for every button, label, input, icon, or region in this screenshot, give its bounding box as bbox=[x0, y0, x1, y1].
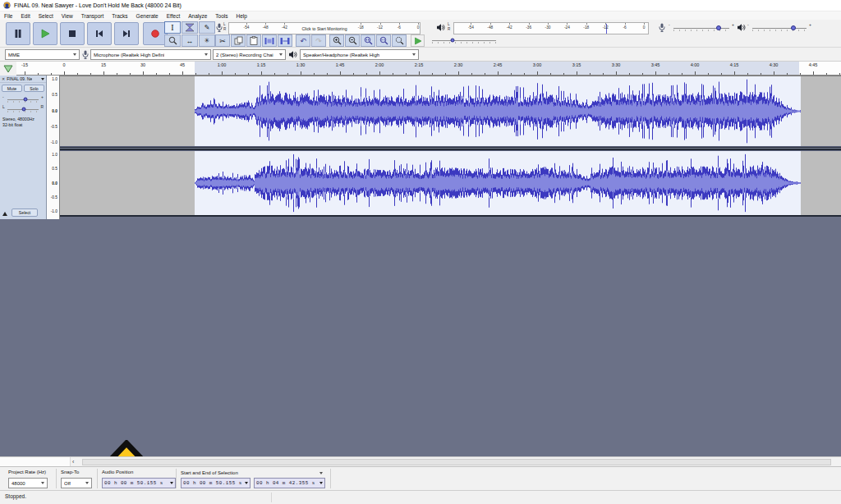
ruler-tick bbox=[445, 73, 446, 76]
recording-channels-select[interactable]: 2 (Stereo) Recording Chai bbox=[213, 49, 286, 60]
menu-view[interactable]: View bbox=[57, 13, 77, 19]
copy-button[interactable] bbox=[231, 34, 246, 47]
gain-max-label: + bbox=[41, 94, 44, 99]
track-select-button[interactable]: Select bbox=[11, 208, 38, 217]
menu-tracks[interactable]: Tracks bbox=[108, 13, 131, 19]
playback-meter[interactable]: -54-48-42-36-30-24-18-12-60 bbox=[453, 22, 649, 34]
ruler-tick bbox=[695, 71, 696, 75]
fit-project-button[interactable] bbox=[376, 34, 391, 47]
zoom-tool-button[interactable] bbox=[164, 34, 181, 47]
timeline-ruler[interactable]: -1501530451:001:151:301:452:002:152:302:… bbox=[16, 62, 841, 76]
skip-to-start-button[interactable] bbox=[87, 22, 112, 45]
ruler-tick bbox=[747, 73, 748, 76]
skip-to-end-button[interactable] bbox=[114, 22, 139, 45]
project-rate-select[interactable]: 48000 bbox=[8, 478, 48, 488]
monitor-text[interactable]: Click to Start Monitoring bbox=[301, 26, 347, 31]
slider-thumb[interactable] bbox=[451, 39, 455, 43]
draw-tool-button[interactable]: ✎ bbox=[199, 21, 215, 34]
menu-tools[interactable]: Tools bbox=[211, 13, 232, 19]
spinner-icon[interactable] bbox=[245, 482, 248, 484]
ruler-tick bbox=[537, 71, 538, 75]
slider-thumb[interactable] bbox=[24, 97, 28, 101]
timeline-pin-button[interactable] bbox=[0, 62, 16, 76]
track-menu-icon[interactable] bbox=[41, 78, 44, 80]
redo-button[interactable]: ↷ bbox=[311, 34, 326, 47]
play-button[interactable] bbox=[33, 22, 57, 45]
title-bar: FINAL 09. Neal Sawyer - Love Don't Hold … bbox=[0, 0, 841, 11]
ruler-tick bbox=[708, 73, 709, 76]
multi-tool-button[interactable]: ✳ bbox=[199, 34, 215, 47]
mute-button[interactable]: Mute bbox=[2, 85, 22, 92]
menu-help[interactable]: Help bbox=[232, 13, 251, 19]
trim-audio-button[interactable] bbox=[262, 34, 277, 47]
slider-thumb[interactable] bbox=[716, 25, 721, 30]
ruler-label: 4:00 bbox=[691, 62, 700, 67]
cut-button[interactable]: ✂ bbox=[215, 34, 230, 47]
paste-button[interactable] bbox=[246, 34, 261, 47]
ruler-label: 2:15 bbox=[415, 62, 424, 67]
spinner-icon[interactable] bbox=[319, 482, 323, 484]
audacity-window: FINAL 09. Neal Sawyer - Love Don't Hold … bbox=[0, 0, 841, 504]
menu-edit[interactable]: Edit bbox=[16, 13, 34, 19]
channel2-scale: 1.00.50.0-0.5-1.0 bbox=[47, 153, 59, 213]
horizontal-scrollbar[interactable]: ‹ bbox=[0, 456, 841, 466]
slider-thumb[interactable] bbox=[22, 107, 26, 111]
zoom-out-button[interactable] bbox=[345, 34, 360, 47]
gain-slider[interactable]: - + bbox=[2, 94, 44, 103]
stop-button[interactable] bbox=[60, 22, 85, 45]
zoom-in-button[interactable] bbox=[329, 34, 344, 47]
playback-device-select[interactable]: Speaker/Headphone (Realtek High bbox=[300, 49, 419, 60]
scrollbar-thumb[interactable] bbox=[82, 459, 831, 465]
menu-effect[interactable]: Effect bbox=[163, 13, 185, 19]
menu-transport[interactable]: Transport bbox=[77, 13, 108, 19]
ruler-tick bbox=[248, 73, 249, 76]
meter-tick bbox=[644, 23, 645, 25]
menu-analyze[interactable]: Analyze bbox=[184, 13, 211, 19]
pause-icon bbox=[13, 29, 23, 39]
recording-volume-slider[interactable]: - + bbox=[669, 22, 734, 34]
ruler-tick bbox=[616, 71, 617, 75]
track-name[interactable]: FINAL 09. Ne bbox=[7, 76, 32, 81]
chevron-down-icon bbox=[41, 482, 44, 484]
play-speed-slider[interactable] bbox=[429, 34, 499, 46]
selection-end-field[interactable]: 00 h 04 m 42.355 s bbox=[254, 478, 325, 488]
collapse-track-icon[interactable] bbox=[2, 212, 7, 216]
selection-tool-button[interactable]: I bbox=[164, 21, 181, 34]
ruler-tick bbox=[590, 73, 591, 76]
recording-device-select[interactable]: Microphone (Realtek High Defini bbox=[90, 49, 211, 60]
undo-button[interactable]: ↶ bbox=[296, 34, 310, 47]
audio-position-field[interactable]: 00 h 00 m 50.155 s bbox=[102, 478, 176, 488]
menu-generate[interactable]: Generate bbox=[132, 13, 163, 19]
meter-tick bbox=[625, 23, 626, 25]
zoom-to-selection-button[interactable] bbox=[361, 34, 375, 47]
spinner-icon[interactable] bbox=[170, 482, 173, 484]
solo-button[interactable]: Solo bbox=[24, 85, 44, 92]
selection-start-field[interactable]: 00 h 00 m 50.155 s bbox=[181, 478, 250, 488]
chevron-down-icon bbox=[412, 53, 416, 56]
play-at-speed-button[interactable] bbox=[411, 34, 425, 47]
menu-file[interactable]: File bbox=[0, 13, 16, 19]
meter-tick bbox=[246, 23, 247, 25]
selection-mode-select[interactable]: Start and End of Selection bbox=[181, 469, 323, 477]
close-track-icon[interactable] bbox=[2, 76, 5, 81]
playback-volume-slider[interactable]: - + bbox=[747, 22, 811, 34]
envelope-tool-button[interactable] bbox=[182, 21, 198, 34]
scroll-left-icon[interactable]: ‹ bbox=[72, 458, 74, 466]
menu-select[interactable]: Select bbox=[34, 13, 57, 19]
stereo-waveform[interactable] bbox=[60, 76, 841, 219]
audio-host-select[interactable]: MME bbox=[5, 49, 80, 60]
time-shift-tool-button[interactable]: ↔ bbox=[182, 34, 198, 47]
silence-audio-button[interactable] bbox=[278, 34, 292, 47]
pause-button[interactable] bbox=[6, 22, 30, 45]
ruler-tick bbox=[103, 71, 104, 75]
separator bbox=[97, 469, 98, 488]
slider-thumb[interactable] bbox=[791, 25, 796, 30]
meter-tick bbox=[567, 23, 568, 25]
zoom-toggle-button[interactable] bbox=[392, 34, 407, 47]
recording-meter[interactable]: Click to Start Monitoring -54-48-42-18-1… bbox=[228, 22, 420, 34]
pan-slider[interactable]: L R bbox=[2, 104, 44, 113]
slider-ticks bbox=[673, 30, 729, 31]
snap-to-select[interactable]: Off bbox=[61, 478, 92, 488]
ruler-tick bbox=[721, 73, 722, 76]
trim-icon bbox=[264, 37, 274, 45]
